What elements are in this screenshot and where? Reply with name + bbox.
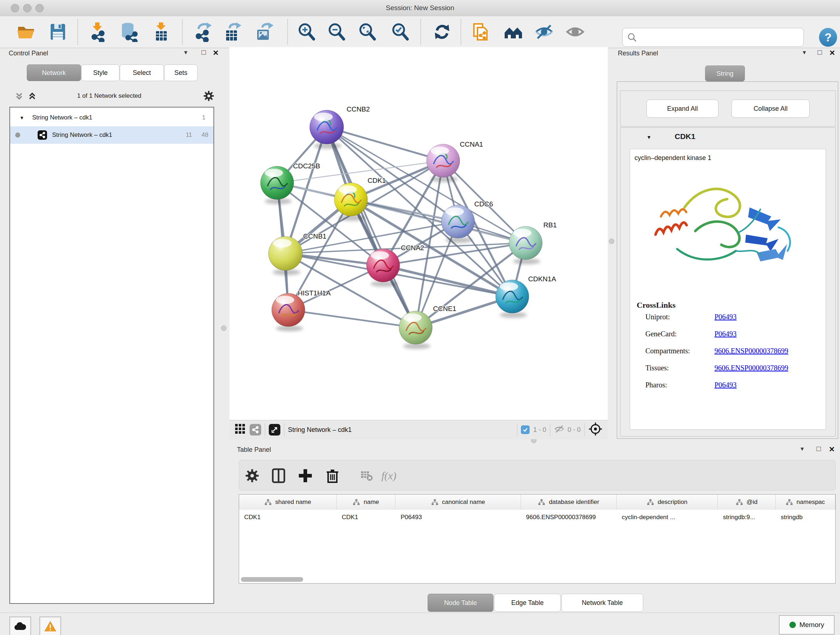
- export-image-icon[interactable]: [253, 21, 274, 42]
- help-button[interactable]: ?: [819, 28, 837, 47]
- results-panel: Results Panel ▼ □ ✕ String Expand All Co…: [615, 47, 840, 440]
- column-header-namespac[interactable]: namespac: [775, 494, 835, 510]
- network-edge[interactable]: [327, 127, 416, 328]
- column-header-shared-name[interactable]: shared name: [239, 494, 337, 510]
- network-canvas[interactable]: CCNB2CCNA1CDC25BCDK1CDC6RB1CCNB1CCNA2CDK…: [229, 47, 608, 420]
- crosslink-value-link[interactable]: P06493: [714, 313, 737, 321]
- tree-expander-icon[interactable]: ▼: [19, 115, 24, 120]
- grid-view-icon[interactable]: [234, 423, 246, 436]
- network-view-title: String Network – cdk1: [288, 426, 352, 434]
- tab-network[interactable]: Network: [27, 65, 81, 81]
- gene-section-expander-icon[interactable]: ▼: [646, 134, 652, 140]
- control-panel-float-icon[interactable]: □: [202, 48, 206, 57]
- show-columns-icon[interactable]: [268, 465, 289, 486]
- tab-style[interactable]: Style: [81, 65, 119, 81]
- tab-network-table[interactable]: Network Table: [561, 594, 643, 612]
- network-node[interactable]: RB1: [509, 221, 557, 264]
- crosslink-value-link[interactable]: 9606.ENSP00000378699: [714, 347, 788, 355]
- column-header--id[interactable]: @id: [718, 494, 775, 510]
- tab-node-table[interactable]: Node Table: [428, 594, 493, 612]
- crosslink-value-link[interactable]: P06493: [714, 381, 737, 389]
- zoom-fit-icon[interactable]: [357, 21, 378, 42]
- string-overlay-icon[interactable]: [249, 424, 261, 435]
- tab-select[interactable]: Select: [120, 65, 164, 81]
- results-panel-collapse-icon[interactable]: ▼: [802, 49, 807, 55]
- network-collection-row[interactable]: ▼ String Network – cdk1 1: [10, 109, 213, 126]
- import-network-file-icon[interactable]: [87, 21, 108, 42]
- open-session-icon[interactable]: [16, 21, 36, 42]
- left-splitter-handle[interactable]: [221, 325, 226, 331]
- expand-all-button[interactable]: Expand All: [646, 100, 718, 118]
- export-table-icon[interactable]: [221, 21, 242, 42]
- copy-network-icon[interactable]: [470, 21, 491, 42]
- results-panel-close-icon[interactable]: ✕: [829, 49, 835, 57]
- crosslink-row: GeneCard:P06493: [630, 330, 826, 347]
- results-panel-float-icon[interactable]: □: [818, 48, 822, 57]
- selected-checkbox-icon[interactable]: [521, 425, 530, 434]
- collapse-all-button[interactable]: Collapse All: [731, 100, 810, 118]
- table-panel-close-icon[interactable]: ✕: [829, 445, 835, 454]
- import-network-database-icon[interactable]: [118, 21, 140, 42]
- cloud-status-button[interactable]: [9, 616, 31, 635]
- control-panel-close-icon[interactable]: ✕: [213, 49, 219, 57]
- network-node[interactable]: CCNB2: [309, 105, 370, 149]
- table-cell[interactable]: CDK1: [337, 510, 396, 524]
- save-session-icon[interactable]: [47, 21, 68, 42]
- table-cell[interactable]: stringdb: [775, 510, 835, 524]
- network-row-selected[interactable]: String Network – cdk1 11 48: [10, 126, 213, 144]
- column-label: namespac: [797, 499, 825, 506]
- hidden-eye-icon[interactable]: [554, 424, 565, 435]
- tab-edge-table[interactable]: Edge Table: [494, 594, 561, 612]
- table-panel-title: Table Panel: [237, 446, 271, 454]
- birdseye-toggle-icon[interactable]: [588, 422, 603, 438]
- column-header-description[interactable]: description: [617, 494, 718, 510]
- table-row[interactable]: CDK1CDK1P064939606.ENSP00000378699cyclin…: [239, 510, 835, 524]
- column-header-database-identifier[interactable]: database identifier: [521, 494, 617, 510]
- network-node[interactable]: CDKN1A: [496, 275, 556, 318]
- add-column-icon[interactable]: [294, 465, 316, 486]
- table-cell[interactable]: P06493: [395, 510, 521, 524]
- refresh-icon[interactable]: [431, 21, 453, 42]
- network-edge[interactable]: [288, 310, 416, 328]
- results-panel-title: Results Panel: [618, 50, 658, 57]
- table-panel-float-icon[interactable]: □: [816, 445, 821, 453]
- tab-string[interactable]: String: [705, 65, 745, 81]
- zoom-in-icon[interactable]: [296, 21, 317, 42]
- network-name: String Network – cdk1: [52, 131, 112, 139]
- network-node-count: 11: [186, 131, 192, 139]
- horizontal-scrollbar-thumb[interactable]: [241, 577, 303, 582]
- search-input[interactable]: [622, 28, 804, 47]
- column-header-canonical-name[interactable]: canonical name: [395, 494, 521, 510]
- network-node[interactable]: CCNB1: [268, 233, 326, 275]
- import-table-icon[interactable]: [150, 21, 172, 42]
- zoom-out-icon[interactable]: [326, 21, 347, 42]
- table-cell[interactable]: stringdb:9...: [718, 510, 775, 524]
- export-network-icon[interactable]: [192, 21, 213, 42]
- node-label: CCNA2: [401, 244, 424, 252]
- right-splitter-handle[interactable]: [609, 239, 614, 244]
- table-gear-icon[interactable]: [241, 465, 263, 486]
- hide-unhide-icon[interactable]: [534, 21, 554, 42]
- table-cell[interactable]: CDK1: [239, 510, 337, 524]
- zoom-selected-icon[interactable]: [390, 21, 411, 42]
- crosslink-value-link[interactable]: P06493: [714, 330, 737, 338]
- open-in-browser-icon[interactable]: [269, 424, 280, 435]
- network-node[interactable]: HIST1H1A: [272, 289, 331, 331]
- crosslink-label: Compartments:: [645, 347, 690, 355]
- memory-button[interactable]: Memory: [779, 615, 835, 635]
- delete-column-icon[interactable]: [322, 465, 343, 486]
- tab-sets[interactable]: Sets: [164, 65, 197, 81]
- string-app-icon: [38, 130, 47, 140]
- home-icon[interactable]: [503, 21, 524, 42]
- node-label: CDC25B: [293, 162, 320, 170]
- table-cell[interactable]: cyclin-dependent ...: [617, 510, 718, 524]
- column-header-name[interactable]: name: [337, 494, 396, 510]
- network-options-gear-icon[interactable]: [202, 90, 215, 103]
- table-panel-collapse-icon[interactable]: ▼: [799, 446, 805, 452]
- search-input-field[interactable]: [637, 30, 794, 45]
- warning-status-button[interactable]: [39, 616, 61, 635]
- toolbar-separator: [287, 19, 288, 44]
- crosslink-value-link[interactable]: 9606.ENSP00000378699: [714, 364, 788, 372]
- table-cell[interactable]: 9606.ENSP00000378699: [521, 510, 617, 524]
- control-panel-collapse-icon[interactable]: ▼: [183, 49, 188, 55]
